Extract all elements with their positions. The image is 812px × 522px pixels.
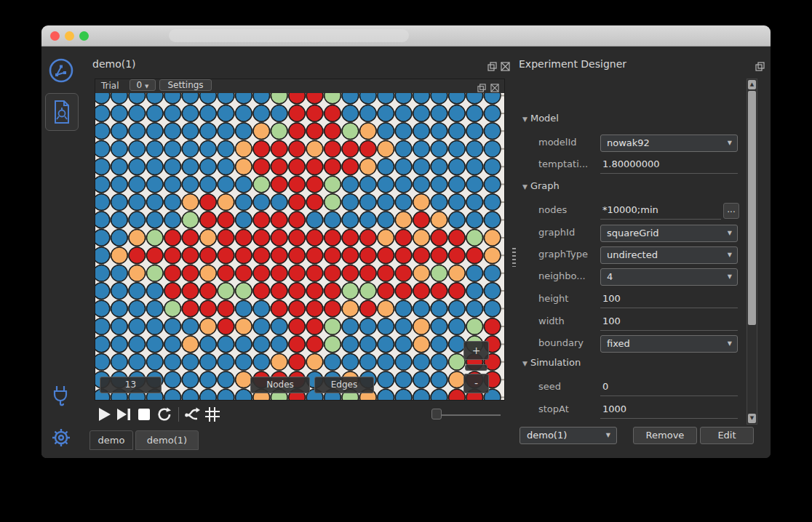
grid-node[interactable]: [484, 283, 501, 300]
grid-node[interactable]: [395, 230, 412, 246]
grid-node[interactable]: [218, 389, 234, 400]
grid-node[interactable]: [360, 300, 377, 317]
grid-node[interactable]: [466, 158, 483, 175]
grid-node[interactable]: [182, 265, 199, 281]
grid-node[interactable]: [253, 318, 270, 335]
grid-node[interactable]: [147, 230, 164, 246]
grid-node[interactable]: [360, 176, 377, 193]
section-header-simulation[interactable]: ▼Simulation: [522, 357, 581, 368]
grid-node[interactable]: [325, 105, 341, 122]
grid-node[interactable]: [413, 372, 430, 388]
grid-node[interactable]: [413, 176, 430, 193]
grid-node[interactable]: [218, 93, 234, 104]
grid-node[interactable]: [200, 194, 217, 211]
grid-node[interactable]: [218, 318, 234, 335]
grid-node[interactable]: [360, 93, 377, 104]
grid-node[interactable]: [182, 283, 199, 300]
grid-node[interactable]: [378, 105, 394, 122]
grid-node[interactable]: [395, 93, 412, 104]
grid-node[interactable]: [306, 230, 323, 246]
grid-node[interactable]: [378, 212, 394, 228]
grid-node[interactable]: [218, 123, 234, 140]
grid-node[interactable]: [200, 123, 217, 140]
grid-node[interactable]: [218, 300, 234, 317]
grid-node[interactable]: [253, 105, 270, 122]
grid-node[interactable]: [164, 123, 181, 140]
select-graphType[interactable]: undirected▼: [600, 246, 738, 264]
grid-node[interactable]: [182, 354, 199, 371]
grid-node[interactable]: [129, 105, 146, 122]
grid-node[interactable]: [484, 247, 501, 264]
grid-node[interactable]: [200, 141, 217, 158]
grid-node[interactable]: [111, 141, 128, 158]
grid-node[interactable]: [449, 212, 466, 228]
grid-node[interactable]: [111, 158, 128, 175]
grid-node[interactable]: [395, 372, 412, 388]
speed-slider-handle[interactable]: [431, 409, 442, 419]
grid-node[interactable]: [200, 212, 217, 228]
grid-node[interactable]: [342, 212, 359, 228]
grid-node[interactable]: [253, 212, 270, 228]
grid-node[interactable]: [271, 105, 287, 122]
grid-node[interactable]: [360, 265, 377, 281]
grid-node[interactable]: [306, 336, 323, 353]
grid-node[interactable]: [466, 300, 483, 317]
grid-node[interactable]: [182, 336, 199, 353]
select-modelId[interactable]: nowak92▼: [600, 134, 738, 152]
grid-node[interactable]: [129, 265, 146, 281]
grid-node[interactable]: [449, 194, 466, 211]
grid-node[interactable]: [325, 265, 341, 281]
grid-node[interactable]: [342, 176, 359, 193]
grid-node[interactable]: [164, 230, 181, 246]
designer-scrollbar[interactable]: ▲ ▼: [747, 79, 757, 425]
grid-node[interactable]: [95, 141, 110, 158]
grid-node[interactable]: [484, 194, 501, 211]
grid-node[interactable]: [395, 212, 412, 228]
grid-node[interactable]: [289, 283, 306, 300]
grid-node[interactable]: [271, 265, 287, 281]
grid-node[interactable]: [147, 141, 164, 158]
grid-node[interactable]: [431, 389, 447, 400]
grid-node[interactable]: [111, 336, 128, 353]
grid-node[interactable]: [236, 141, 252, 158]
grid-node[interactable]: [95, 283, 110, 300]
grid-node[interactable]: [360, 158, 377, 175]
graph-canvas[interactable]: [95, 93, 504, 400]
layout-fork-button[interactable]: [183, 406, 201, 423]
grid-node[interactable]: [164, 300, 181, 317]
grid-node[interactable]: [129, 300, 146, 317]
grid-node[interactable]: [182, 158, 199, 175]
grid-node[interactable]: [306, 300, 323, 317]
grid-node[interactable]: [111, 265, 128, 281]
titlebar[interactable]: [41, 25, 771, 47]
select-boundary[interactable]: fixed▼: [600, 335, 738, 353]
zoom-in-button[interactable]: +: [463, 341, 489, 360]
grid-node[interactable]: [325, 123, 341, 140]
grid-node[interactable]: [484, 265, 501, 281]
grid-node[interactable]: [466, 93, 483, 104]
grid-node[interactable]: [360, 105, 377, 122]
play-button[interactable]: [95, 406, 113, 423]
grid-node[interactable]: [484, 141, 501, 158]
grid-node[interactable]: [431, 141, 447, 158]
grid-node[interactable]: [484, 318, 501, 335]
grid-node[interactable]: [200, 230, 217, 246]
grid-node[interactable]: [200, 336, 217, 353]
grid-node[interactable]: [164, 212, 181, 228]
grid-node[interactable]: [484, 93, 501, 104]
grid-node[interactable]: [129, 176, 146, 193]
grid-node[interactable]: [253, 123, 270, 140]
grid-node[interactable]: [342, 247, 359, 264]
grid-node[interactable]: [484, 158, 501, 175]
trial-select[interactable]: 0 ▼: [130, 79, 156, 91]
grid-node[interactable]: [431, 158, 447, 175]
grid-node[interactable]: [147, 158, 164, 175]
grid-node[interactable]: [306, 265, 323, 281]
grid-node[interactable]: [271, 93, 287, 104]
grid-node[interactable]: [431, 176, 447, 193]
grid-node[interactable]: [413, 354, 430, 371]
grid-node[interactable]: [413, 93, 430, 104]
section-header-graph[interactable]: ▼Graph: [522, 180, 560, 191]
grid-node[interactable]: [218, 230, 234, 246]
grid-node[interactable]: [182, 300, 199, 317]
